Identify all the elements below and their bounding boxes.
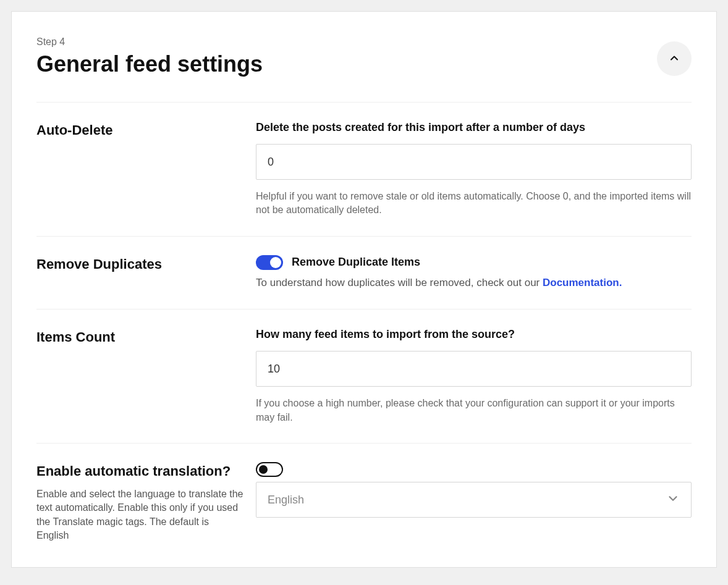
translation-row: Enable automatic translation? Enable and… (36, 444, 692, 549)
items-count-help: If you choose a high number, please chec… (256, 397, 692, 424)
chevron-down-icon (666, 492, 680, 508)
auto-delete-input[interactable] (256, 144, 692, 180)
language-select-value: English (268, 494, 304, 507)
auto-delete-label: Auto-Delete (36, 121, 243, 140)
translation-label: Enable automatic translation? (36, 462, 243, 481)
auto-delete-row: Auto-Delete Delete the posts created for… (36, 103, 692, 237)
row-left: Items Count (36, 328, 256, 424)
row-right: Delete the posts created for this import… (256, 121, 692, 217)
remove-duplicates-help-prefix: To understand how duplicates will be rem… (256, 277, 543, 288)
remove-duplicates-toggle-row: Remove Duplicate Items (256, 255, 692, 270)
auto-delete-help: Helpful if you want to remove stale or o… (256, 190, 692, 217)
row-right: How many feed items to import from the s… (256, 328, 692, 424)
language-select-wrap: English (256, 482, 692, 518)
collapse-button[interactable] (657, 41, 692, 76)
panel-header-text: Step 4 General feed settings (36, 36, 263, 77)
translation-toggle[interactable] (256, 462, 283, 477)
row-left: Enable automatic translation? Enable and… (36, 462, 256, 542)
settings-panel: Step 4 General feed settings Auto-Delete… (11, 11, 717, 568)
panel-title: General feed settings (36, 51, 263, 77)
row-right: English (256, 462, 692, 542)
row-left: Auto-Delete (36, 121, 256, 217)
remove-duplicates-help: To understand how duplicates will be rem… (256, 275, 692, 291)
step-label: Step 4 (36, 36, 263, 48)
items-count-label: Items Count (36, 328, 243, 347)
translation-toggle-row (256, 462, 692, 477)
row-right: Remove Duplicate Items To understand how… (256, 255, 692, 291)
panel-header: Step 4 General feed settings (36, 36, 692, 103)
chevron-up-icon (668, 52, 680, 66)
items-count-field-label: How many feed items to import from the s… (256, 328, 692, 341)
documentation-link[interactable]: Documentation. (543, 277, 622, 288)
items-count-input[interactable] (256, 351, 692, 387)
remove-duplicates-label: Remove Duplicates (36, 255, 243, 274)
remove-duplicates-row: Remove Duplicates Remove Duplicate Items… (36, 237, 692, 310)
auto-delete-field-label: Delete the posts created for this import… (256, 121, 692, 134)
items-count-row: Items Count How many feed items to impor… (36, 309, 692, 444)
row-left: Remove Duplicates (36, 255, 256, 291)
language-select[interactable]: English (256, 482, 692, 518)
remove-duplicates-toggle-label: Remove Duplicate Items (292, 256, 420, 269)
translation-desc: Enable and select the language to transl… (36, 487, 243, 543)
remove-duplicates-toggle[interactable] (256, 255, 283, 270)
